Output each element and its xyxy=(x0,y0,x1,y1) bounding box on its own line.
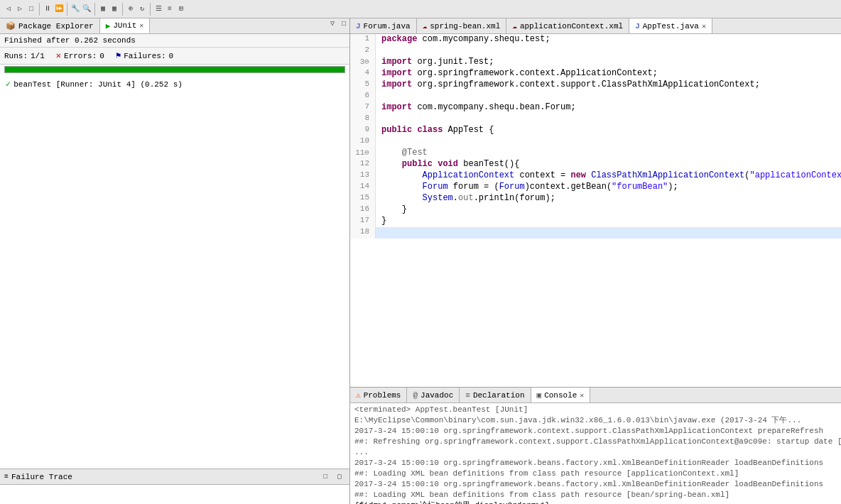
runs-label: Runs: xyxy=(4,52,28,60)
toolbar-icon-9[interactable]: ▦ xyxy=(109,4,120,15)
tab-junit[interactable]: ▶ JUnit ✕ xyxy=(100,18,151,33)
java-file-icon: J xyxy=(356,22,361,31)
code-line-8: 8 xyxy=(350,114,841,125)
code-line-3: 3⊖ import org.junit.Test; xyxy=(350,57,841,68)
errors-info: ✕ Errors: 0 xyxy=(56,50,104,61)
toolbar-icon-13[interactable]: ≡ xyxy=(164,4,175,15)
toolbar-icon-4[interactable]: ⏸ xyxy=(42,4,53,15)
close-junit-tab-icon[interactable]: ✕ xyxy=(139,21,143,30)
toolbar-icon-1[interactable]: ◁ xyxy=(3,4,14,15)
errors-value: 0 xyxy=(99,52,104,60)
tab-junit-label: JUnit xyxy=(113,21,136,30)
bottom-panel: ⚠ Problems @ Javadoc ≡ Declaration ▣ Con… xyxy=(350,387,841,504)
close-console-tab-icon[interactable]: ✕ xyxy=(580,391,584,400)
tab-applicationcontext-label: applicationContext.xml xyxy=(520,22,623,31)
test-tree[interactable]: ✓ beanTest [Runner: JUnit 4] (0.252 s) xyxy=(0,75,349,469)
minimize-left-icon[interactable]: ▽ xyxy=(327,18,338,30)
tab-apptest-java[interactable]: J AppTest.java ✕ xyxy=(629,18,712,33)
toolbar-icon-7[interactable]: 🔍 xyxy=(81,4,92,15)
code-line-6: 6 xyxy=(350,91,841,102)
junit-status-bar: Finished after 0.262 seconds xyxy=(0,34,349,48)
javadoc-icon: @ xyxy=(413,391,418,400)
tab-console[interactable]: ▣ Console ✕ xyxy=(531,388,591,402)
toolbar-icon-8[interactable]: ▦ xyxy=(97,4,109,15)
junit-status-text: Finished after 0.262 seconds xyxy=(4,36,136,45)
failure-trace-icons: □ ▢ xyxy=(320,471,345,483)
toolbar-icon-3[interactable]: □ xyxy=(26,4,37,15)
code-line-14: 14 Forum forum = (Forum)context.getBean(… xyxy=(350,182,841,193)
tab-javadoc-label: Javadoc xyxy=(420,391,453,400)
xml-spring-icon: ☁ xyxy=(423,21,428,31)
tab-apptest-label: AppTest.java xyxy=(643,22,699,31)
failures-label: Failures: xyxy=(124,52,166,60)
toolbar-separator-5 xyxy=(150,3,151,16)
tab-applicationcontext-xml[interactable]: ☁ applicationContext.xml xyxy=(506,18,629,33)
console-line-2: ##: Refreshing org.springframework.conte… xyxy=(354,437,841,458)
package-icon: 📦 xyxy=(6,21,16,31)
tab-console-label: Console xyxy=(544,391,577,400)
code-line-1: 1 package com.mycompany.shequ.test; xyxy=(350,34,841,45)
editor-tab-spacer xyxy=(712,18,841,33)
close-apptest-tab-icon[interactable]: ✕ xyxy=(702,22,706,31)
junit-run-info: Runs: 1/1 ✕ Errors: 0 ⚑ Failures: 0 xyxy=(0,48,349,65)
list-item[interactable]: ✓ beanTest [Runner: JUnit 4] (0.252 s) xyxy=(3,77,347,91)
failure-trace-minimize-icon[interactable]: □ xyxy=(320,471,331,483)
toolbar-icon-12[interactable]: ☰ xyxy=(153,4,164,15)
console-output[interactable]: <terminated> AppTest.beanTest [JUnit] E:… xyxy=(350,403,841,504)
console-line-3: 2017-3-24 15:00:10 org.springframework.b… xyxy=(354,458,841,469)
junit-run-icon: ▶ xyxy=(106,21,111,31)
editor-tabs: J Forum.java ☁ spring-bean.xml ☁ applica… xyxy=(350,18,841,34)
toolbar-icon-6[interactable]: 🔧 xyxy=(70,4,81,15)
junit-progress-bar xyxy=(4,66,345,73)
problems-icon: ⚠ xyxy=(356,390,361,400)
code-line-18: 18 xyxy=(350,227,841,239)
toolbar-separator-4 xyxy=(122,3,123,16)
console-icon: ▣ xyxy=(537,390,542,400)
failure-trace-title-area: ≡ Failure Trace xyxy=(4,473,72,481)
failure-icon: ⚑ xyxy=(116,50,121,61)
tab-forum-java[interactable]: J Forum.java xyxy=(350,18,417,33)
console-line-1: 2017-3-24 15:00:10 org.springframework.c… xyxy=(354,426,841,437)
errors-label: Errors: xyxy=(64,52,97,60)
toolbar-icon-10[interactable]: ⊕ xyxy=(125,4,136,15)
tab-spring-bean-label: spring-bean.xml xyxy=(430,22,500,31)
code-line-16: 16 } xyxy=(350,204,841,216)
test-pass-icon: ✓ xyxy=(6,79,11,89)
toolbar-separator-1 xyxy=(39,3,40,16)
failures-info: ⚑ Failures: 0 xyxy=(116,50,173,61)
tab-forum-java-label: Forum.java xyxy=(364,22,411,31)
console-line-5: 2017-3-24 15:00:10 org.springframework.b… xyxy=(354,479,841,490)
console-line-0: <terminated> AppTest.beanTest [JUnit] E:… xyxy=(354,405,841,426)
bottom-tabs: ⚠ Problems @ Javadoc ≡ Declaration ▣ Con… xyxy=(350,388,841,403)
code-line-10: 10 xyxy=(350,136,841,148)
tab-problems[interactable]: ⚠ Problems xyxy=(350,388,407,402)
code-line-15: 15 System.out.println(forum); xyxy=(350,193,841,204)
error-icon: ✕ xyxy=(56,50,61,61)
tab-declaration[interactable]: ≡ Declaration xyxy=(460,388,531,402)
code-editor[interactable]: 1 package com.mycompany.shequ.test; 2 3⊖… xyxy=(350,34,841,387)
tab-package-explorer[interactable]: 📦 Package Explorer xyxy=(0,18,100,33)
tab-spacer xyxy=(150,18,327,33)
code-line-12: 12 public void beanTest(){ xyxy=(350,159,841,170)
failure-trace-maximize-icon[interactable]: ▢ xyxy=(334,471,345,483)
left-panel: 📦 Package Explorer ▶ JUnit ✕ ▽ □ Finishe… xyxy=(0,18,350,504)
failure-trace-section-icon: ≡ xyxy=(4,473,9,481)
tab-javadoc[interactable]: @ Javadoc xyxy=(407,388,460,402)
toolbar-icon-2[interactable]: ▷ xyxy=(14,4,26,15)
runs-value: 1/1 xyxy=(31,52,45,60)
code-line-17: 17 } xyxy=(350,216,841,227)
tab-spring-bean-xml[interactable]: ☁ spring-bean.xml xyxy=(417,18,507,33)
toolbar-icon-5[interactable]: ⏩ xyxy=(53,4,65,15)
tab-package-explorer-label: Package Explorer xyxy=(18,22,94,31)
toolbar-separator-2 xyxy=(67,3,67,16)
declaration-icon: ≡ xyxy=(465,391,470,400)
toolbar-icon-14[interactable]: ⊞ xyxy=(175,4,187,15)
maximize-left-icon[interactable]: □ xyxy=(338,18,349,30)
failure-trace-header: ≡ Failure Trace □ ▢ xyxy=(0,469,349,485)
main-toolbar: ◁ ▷ □ ⏸ ⏩ 🔧 🔍 ▦ ▦ ⊕ ↻ ☰ ≡ ⊞ xyxy=(0,0,841,18)
toolbar-icon-11[interactable]: ↻ xyxy=(136,4,148,15)
java-apptest-icon: J xyxy=(635,22,640,31)
code-line-13: 13 ApplicationContext context = new Clas… xyxy=(350,170,841,182)
runs-info: Runs: 1/1 xyxy=(4,52,45,60)
junit-progress-fill xyxy=(5,67,344,72)
